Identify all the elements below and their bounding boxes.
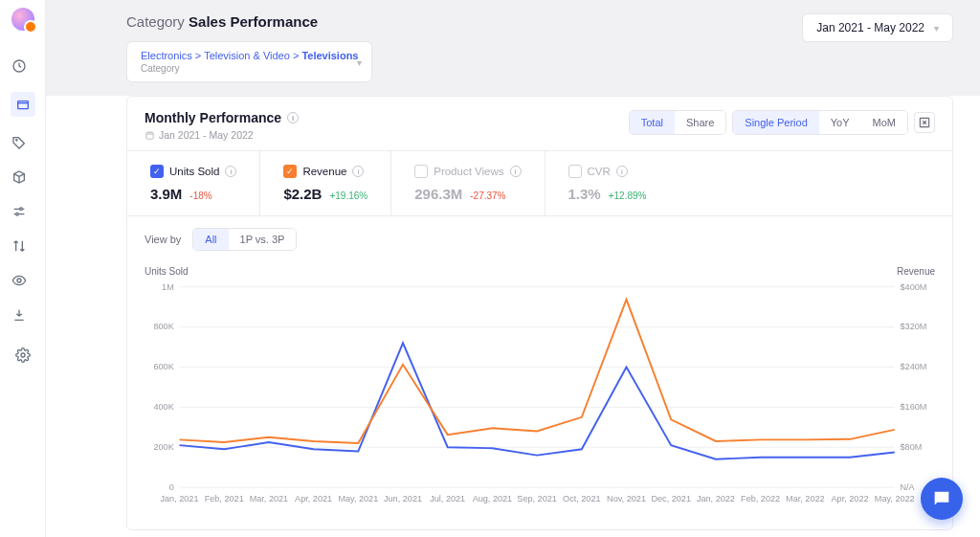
svg-text:Jul, 2021: Jul, 2021 (430, 494, 465, 503)
svg-text:$320M: $320M (901, 322, 927, 331)
svg-text:Apr, 2021: Apr, 2021 (295, 494, 332, 503)
monthly-performance-panel: Monthly Performance i Jan 2021 - May 202… (126, 96, 953, 530)
chevron-down-icon: ▾ (357, 56, 362, 67)
svg-text:800K: 800K (153, 322, 173, 331)
left-axis-title: Units Sold (145, 266, 189, 277)
svg-point-6 (21, 353, 25, 357)
tab-total[interactable]: Total (630, 111, 675, 134)
right-axis-title: Revenue (897, 266, 935, 277)
svg-text:Dec, 2021: Dec, 2021 (651, 494, 691, 503)
checkbox-icon: ✓ (283, 165, 297, 178)
svg-text:Nov, 2021: Nov, 2021 (607, 494, 646, 503)
chat-bubble-button[interactable] (921, 478, 963, 520)
view-by-row: View by All 1P vs. 3P (127, 216, 952, 262)
view-by-toggle: All 1P vs. 3P (192, 228, 297, 251)
metric-product-views[interactable]: Product Views i 296.3M -27.37% (391, 151, 545, 215)
svg-text:Oct, 2021: Oct, 2021 (563, 494, 601, 503)
svg-text:Jun, 2021: Jun, 2021 (384, 494, 422, 503)
viewby-1p3p[interactable]: 1P vs. 3P (229, 229, 297, 250)
sliders-icon[interactable] (11, 203, 28, 220)
svg-text:Jan, 2021: Jan, 2021 (160, 494, 198, 503)
svg-text:Feb, 2021: Feb, 2021 (205, 494, 244, 503)
svg-text:$400M: $400M (901, 282, 927, 292)
svg-text:May, 2021: May, 2021 (338, 494, 378, 503)
tab-mom[interactable]: MoM (861, 111, 907, 134)
svg-text:$240M: $240M (901, 362, 927, 371)
svg-text:Sep, 2021: Sep, 2021 (517, 494, 557, 503)
chart-container: Units Sold Revenue 0200K400K600K800K1MN/… (127, 262, 952, 529)
box-icon[interactable] (11, 92, 35, 117)
svg-text:Feb, 2022: Feb, 2022 (741, 494, 780, 503)
line-chart: 0200K400K600K800K1MN/A$80M$160M$240M$320… (145, 277, 935, 516)
download-icon[interactable] (11, 306, 28, 324)
svg-text:Aug, 2021: Aug, 2021 (473, 494, 513, 503)
settings-icon[interactable] (14, 347, 32, 364)
view-by-label: View by (145, 234, 181, 245)
tab-single-period[interactable]: Single Period (733, 111, 818, 134)
eye-icon[interactable] (11, 272, 28, 289)
svg-point-5 (17, 279, 21, 282)
breadcrumb-sub: Category (141, 63, 358, 74)
svg-text:$80M: $80M (901, 442, 923, 452)
sidebar-nav (11, 57, 35, 324)
content: Monthly Performance i Jan 2021 - May 202… (46, 96, 980, 537)
metric-revenue[interactable]: ✓ Revenue i $2.2B +19.16% (260, 151, 391, 215)
metric-units-sold[interactable]: ✓ Units Sold i 3.9M -18% (127, 151, 260, 215)
tab-yoy[interactable]: YoY (819, 111, 861, 134)
svg-text:400K: 400K (153, 402, 173, 412)
svg-text:Mar, 2022: Mar, 2022 (786, 494, 825, 503)
panel-subdate: Jan 2021 - May 2022 (145, 129, 299, 141)
svg-text:Mar, 2021: Mar, 2021 (250, 494, 289, 503)
info-icon[interactable]: i (352, 166, 364, 177)
date-range-picker[interactable]: Jan 2021 - May 2022 ▾ (802, 13, 953, 42)
cube-icon[interactable] (11, 168, 28, 186)
viewby-all[interactable]: All (193, 229, 228, 250)
svg-point-3 (19, 208, 22, 211)
svg-text:May, 2022: May, 2022 (875, 494, 915, 503)
info-icon[interactable]: i (510, 166, 522, 177)
info-icon[interactable]: i (287, 112, 299, 123)
svg-text:$160M: $160M (901, 402, 927, 412)
sidebar (0, 0, 46, 537)
svg-text:600K: 600K (153, 362, 173, 371)
chevron-down-icon: ▾ (934, 23, 939, 34)
tag-icon[interactable] (11, 134, 28, 151)
svg-point-4 (15, 213, 18, 215)
svg-text:200K: 200K (153, 442, 173, 452)
svg-text:0: 0 (169, 482, 174, 492)
checkbox-icon (568, 165, 582, 178)
svg-text:1M: 1M (162, 282, 174, 292)
breadcrumb-path: Electronics > Television & Video > Telev… (141, 50, 358, 61)
svg-point-2 (15, 140, 16, 141)
period-toggle: Single Period YoY MoM (732, 110, 908, 135)
breadcrumb-card[interactable]: Electronics > Television & Video > Telev… (126, 41, 372, 82)
brand-logo (11, 8, 34, 31)
svg-text:Jan, 2022: Jan, 2022 (697, 494, 735, 503)
calendar-icon (145, 130, 155, 141)
checkbox-icon (414, 165, 428, 178)
panel-title: Monthly Performance i (145, 110, 299, 125)
info-icon[interactable]: i (616, 166, 628, 177)
info-icon[interactable]: i (225, 166, 236, 177)
svg-rect-1 (17, 101, 28, 109)
metrics-row: ✓ Units Sold i 3.9M -18% ✓ Revenue (127, 150, 952, 216)
compare-icon[interactable] (11, 237, 28, 255)
clock-icon[interactable] (11, 57, 28, 75)
page-header: Category Sales Performance Jan 2021 - Ma… (46, 0, 980, 96)
tab-share[interactable]: Share (675, 111, 725, 134)
total-share-toggle: Total Share (629, 110, 727, 135)
svg-text:N/A: N/A (901, 482, 916, 492)
main: Category Sales Performance Jan 2021 - Ma… (46, 0, 980, 537)
metric-cvr[interactable]: CVR i 1.3% +12.89% (546, 151, 670, 215)
svg-rect-7 (146, 132, 153, 139)
svg-text:Apr, 2022: Apr, 2022 (832, 494, 869, 503)
checkbox-icon: ✓ (150, 165, 164, 178)
export-excel-button[interactable] (914, 112, 935, 133)
